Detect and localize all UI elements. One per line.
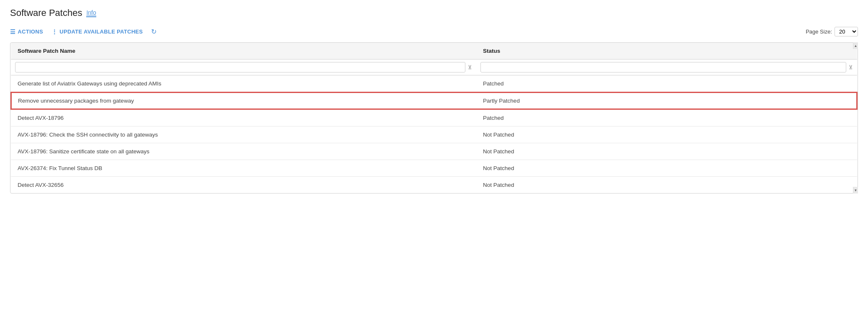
table-filter-row: ⊻ ⊻ bbox=[11, 59, 857, 75]
table-row[interactable]: AVX-26374: Fix Tunnel Status DBNot Patch… bbox=[11, 160, 857, 177]
table-row[interactable]: Remove unnecessary packages from gateway… bbox=[11, 92, 857, 109]
table-row[interactable]: AVX-18796: Sanitize certificate state on… bbox=[11, 143, 857, 160]
cell-patch-status: Patched bbox=[476, 109, 857, 127]
table-row[interactable]: Generate list of Aviatrix Gateways using… bbox=[11, 75, 857, 93]
table-body: Generate list of Aviatrix Gateways using… bbox=[11, 75, 857, 194]
cell-patch-name: AVX-18796: Check the SSH connectivity to… bbox=[11, 127, 476, 143]
toolbar: ☰ ACTIONS ⋮ UPDATE AVAILABLE PATCHES ↻ P… bbox=[10, 27, 858, 36]
update-patches-label: UPDATE AVAILABLE PATCHES bbox=[59, 28, 143, 35]
cell-patch-status: Partly Patched bbox=[476, 92, 857, 109]
cell-patch-status: Patched bbox=[476, 75, 857, 93]
scroll-down-arrow[interactable]: ▼ bbox=[853, 187, 858, 194]
page-size-label: Page Size: bbox=[806, 28, 832, 35]
page-size-control: Page Size: 20 50 100 bbox=[806, 27, 858, 36]
page-size-select[interactable]: 20 50 100 bbox=[835, 27, 858, 36]
cell-patch-name: Detect AVX-18796 bbox=[11, 109, 476, 127]
col-header-status: Status bbox=[476, 43, 857, 59]
cell-patch-name: AVX-18796: Sanitize certificate state on… bbox=[11, 143, 476, 160]
list-icon: ☰ bbox=[10, 28, 15, 35]
cell-patch-status: Not Patched bbox=[476, 143, 857, 160]
scroll-up-arrow[interactable]: ▲ bbox=[853, 42, 858, 49]
cell-patch-name: Generate list of Aviatrix Gateways using… bbox=[11, 75, 476, 93]
update-icon: ⋮ bbox=[51, 28, 57, 35]
cell-patch-name: Remove unnecessary packages from gateway bbox=[11, 92, 476, 109]
filter-name-icon: ⊻ bbox=[468, 64, 472, 70]
refresh-button[interactable]: ↻ bbox=[151, 28, 157, 36]
page-container: Software Patches Info ☰ ACTIONS ⋮ UPDATE… bbox=[0, 0, 868, 201]
table-container: Software Patch Name Status ⊻ bbox=[10, 42, 858, 194]
filter-name-input[interactable] bbox=[15, 62, 465, 72]
filter-status-icon: ⊻ bbox=[849, 64, 853, 70]
col-header-name: Software Patch Name bbox=[11, 43, 476, 59]
cell-patch-status: Not Patched bbox=[476, 160, 857, 177]
cell-patch-name: Detect AVX-32656 bbox=[11, 177, 476, 194]
actions-button[interactable]: ☰ ACTIONS bbox=[10, 28, 43, 35]
page-header: Software Patches Info bbox=[10, 8, 858, 18]
filter-cell-name: ⊻ bbox=[11, 59, 476, 75]
patches-table: Software Patch Name Status ⊻ bbox=[10, 43, 858, 193]
filter-status-input[interactable] bbox=[480, 62, 846, 72]
actions-label: ACTIONS bbox=[18, 28, 43, 35]
update-patches-button[interactable]: ⋮ UPDATE AVAILABLE PATCHES bbox=[51, 28, 143, 35]
page-title: Software Patches bbox=[10, 8, 82, 18]
table-header-row: Software Patch Name Status bbox=[11, 43, 857, 59]
cell-patch-status: Not Patched bbox=[476, 127, 857, 143]
table-row[interactable]: AVX-18796: Check the SSH connectivity to… bbox=[11, 127, 857, 143]
cell-patch-status: Not Patched bbox=[476, 177, 857, 194]
filter-cell-status: ⊻ bbox=[476, 59, 857, 75]
cell-patch-name: AVX-26374: Fix Tunnel Status DB bbox=[11, 160, 476, 177]
table-wrapper: Software Patch Name Status ⊻ bbox=[10, 42, 858, 194]
filter-name-inner: ⊻ bbox=[15, 62, 472, 72]
filter-status-inner: ⊻ bbox=[480, 62, 853, 72]
table-row[interactable]: Detect AVX-32656Not Patched bbox=[11, 177, 857, 194]
info-link[interactable]: Info bbox=[86, 9, 96, 17]
table-row[interactable]: Detect AVX-18796Patched bbox=[11, 109, 857, 127]
